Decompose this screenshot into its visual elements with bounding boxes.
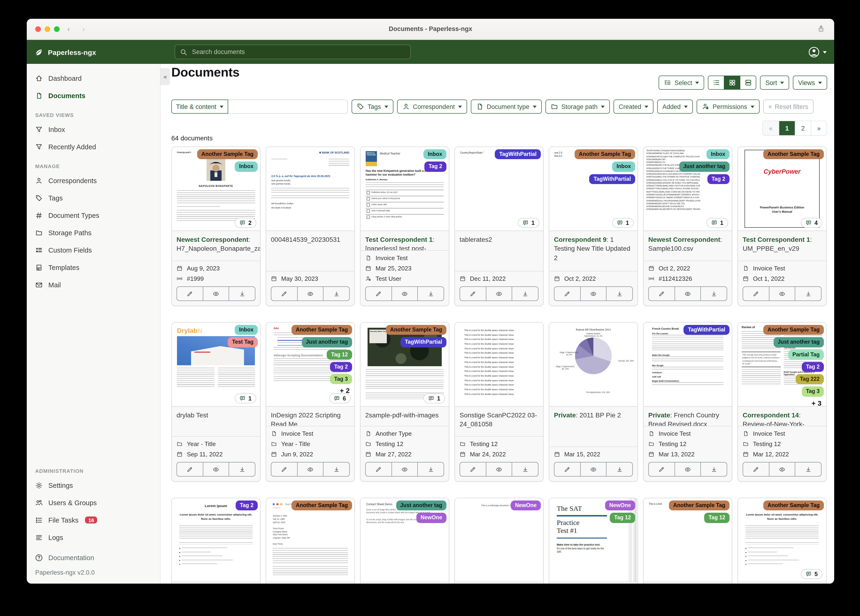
document-title[interactable]: [266, 582, 355, 584]
tag-pill[interactable]: Another Sample Tag: [763, 149, 824, 159]
download-button[interactable]: [701, 287, 727, 300]
tag-pill[interactable]: Tag 2: [802, 362, 824, 372]
sidebar-item-logs[interactable]: Logs: [27, 529, 160, 546]
preview-button[interactable]: [486, 462, 512, 476]
tag-pill[interactable]: Tag 222: [796, 374, 824, 384]
edit-button[interactable]: [271, 287, 297, 300]
sidebar-item-dashboard[interactable]: Dashboard: [27, 69, 160, 87]
document-card[interactable]: Review of "The average time from petitio…: [738, 322, 827, 482]
tag-pill[interactable]: Just another tag: [774, 337, 824, 347]
document-preview[interactable]: DrylabN InboxTest Tag1: [172, 322, 260, 407]
tag-pill[interactable]: Tag 12: [610, 513, 635, 523]
download-button[interactable]: [323, 287, 349, 300]
document-card[interactable]: MEDICAL TEACHER Medical Teacher Has the …: [360, 146, 449, 306]
document-title[interactable]: drylab Test: [172, 407, 260, 436]
filter-correspondent-button[interactable]: Correspondent: [397, 99, 467, 114]
document-title[interactable]: [455, 582, 543, 584]
document-title[interactable]: [643, 582, 732, 584]
document-card[interactable]: Ado InDesign Scripting Documentation Ano…: [266, 322, 355, 482]
sidebar-item-documentation[interactable]: Documentation: [27, 549, 160, 566]
tag-pill[interactable]: Another Sample Tag: [669, 501, 730, 511]
view-detail-button[interactable]: [740, 75, 756, 90]
filter-tags-button[interactable]: Tags: [352, 99, 393, 114]
document-card[interactable]: Patient BP Distribution 2011 Isolated Sy…: [549, 322, 638, 482]
tag-pill[interactable]: NewOne: [416, 513, 446, 523]
preview-button[interactable]: [297, 287, 323, 300]
download-button[interactable]: [417, 287, 444, 300]
document-title[interactable]: Correspondent 9: 1 Testing New Title Upd…: [549, 231, 637, 271]
sidebar-item-document-types[interactable]: Document Types: [27, 207, 160, 224]
view-list-button[interactable]: [708, 75, 725, 90]
tag-pill[interactable]: Inbox: [612, 162, 635, 172]
tag-pill[interactable]: Another Sample Tag: [574, 149, 635, 159]
tag-pill[interactable]: Just another tag: [679, 162, 730, 172]
tag-pill[interactable]: Tag 2: [424, 162, 446, 172]
user-menu[interactable]: [808, 47, 827, 58]
comment-count-badge[interactable]: 1: [424, 393, 445, 403]
tag-pill[interactable]: Inbox: [235, 162, 258, 172]
sidebar-item-templates[interactable]: Templates: [27, 259, 160, 276]
document-preview[interactable]: Patient BP Distribution 2011 Isolated Sy…: [549, 322, 637, 407]
document-title[interactable]: Private: French Country Bread Revised.do…: [643, 407, 732, 426]
share-icon[interactable]: [817, 25, 825, 32]
tag-pill[interactable]: Another Sample Tag: [763, 501, 824, 511]
document-card[interactable]: Lorem ipsum Lorem ipsum dolor sit amet, …: [171, 498, 261, 584]
document-card[interactable]: This is a testAnother Sample TagTag 12: [643, 498, 732, 584]
document-card[interactable]: CyberPower PowerPanel® Business EditionU…: [738, 146, 827, 306]
tag-pill[interactable]: Tag 3: [330, 374, 352, 384]
edit-button[interactable]: [743, 287, 769, 300]
tag-pill[interactable]: Test Tag: [228, 337, 258, 347]
edit-button[interactable]: [743, 462, 769, 476]
edit-button[interactable]: [177, 287, 202, 300]
preview-button[interactable]: [769, 287, 795, 300]
filter-permissions-button[interactable]: Permissions: [697, 99, 759, 114]
document-title[interactable]: tablerates2: [455, 231, 543, 271]
edit-button[interactable]: [177, 462, 202, 476]
document-preview[interactable]: Lorem ipsum Lorem ipsum dolor sit amet, …: [172, 498, 260, 582]
sidebar-item-tags[interactable]: Tags: [27, 189, 160, 207]
download-button[interactable]: [795, 462, 821, 476]
tag-pill[interactable]: Inbox: [235, 325, 258, 335]
tag-pill[interactable]: Inbox: [424, 149, 446, 159]
document-preview[interactable]: Ado InDesign Scripting Documentation Ano…: [266, 322, 355, 407]
download-button[interactable]: [323, 462, 349, 476]
document-card[interactable]: ✻ BANK OF SCOTLAND 2,0 % p. a. auf Ihr T…: [266, 146, 355, 306]
document-preview[interactable]: This is a testAnother Sample TagTag 12: [643, 498, 732, 582]
sidebar-item-inbox[interactable]: Inbox: [27, 121, 160, 138]
document-card[interactable]: Serial Number,Company Name,Employe978818…: [643, 146, 732, 306]
document-title[interactable]: 2sample-pdf-with-images: [361, 407, 449, 426]
view-grid-button[interactable]: [724, 75, 741, 90]
tag-pill[interactable]: Another Sample Tag: [763, 325, 824, 335]
document-preview[interactable]: Boundary Waters Trip Another Sample TagT…: [361, 322, 449, 407]
filter-created-button[interactable]: Created: [614, 99, 653, 114]
tag-pill[interactable]: Just another tag: [396, 501, 446, 511]
edit-button[interactable]: [271, 462, 297, 476]
sidebar-item-settings[interactable]: Settings: [27, 476, 160, 494]
document-preview[interactable]: Francja pod r NAPOLEON BONAPARTE Another…: [172, 147, 260, 231]
edit-button[interactable]: [554, 287, 580, 300]
tag-pill[interactable]: TagWithPartial: [401, 337, 446, 347]
sidebar-item-correspondents[interactable]: Correspondents: [27, 172, 160, 189]
download-button[interactable]: [512, 287, 538, 300]
document-preview[interactable]: Contact Sheet Demo Given a set of image …: [361, 498, 449, 582]
document-card[interactable]: The SAT Practice Test #1 Make time to ta…: [549, 498, 638, 584]
document-title[interactable]: [738, 582, 826, 584]
tag-pill[interactable]: Inbox: [707, 149, 730, 159]
comment-count-badge[interactable]: 5: [801, 569, 822, 579]
sidebar-item-mail[interactable]: Mail: [27, 276, 160, 294]
sidebar-item-storage-paths[interactable]: Storage Paths: [27, 224, 160, 241]
tag-pill[interactable]: Another Sample Tag: [292, 325, 352, 335]
tag-pill[interactable]: Another Sample Tag: [386, 325, 446, 335]
edit-button[interactable]: [649, 287, 674, 300]
document-preview[interactable]: The SAT Practice Test #1 Make time to ta…: [549, 498, 637, 582]
tag-pill[interactable]: Another Sample Tag: [197, 149, 258, 159]
preview-button[interactable]: [674, 462, 700, 476]
app-brand[interactable]: Paperless-ngx: [34, 40, 96, 64]
pagination-prev[interactable]: «: [763, 121, 779, 135]
document-preview[interactable]: ✻ BANK OF SCOTLAND 2,0 % p. a. auf Ihr T…: [266, 147, 355, 231]
tag-pill[interactable]: Tag 12: [327, 350, 352, 360]
preview-button[interactable]: [486, 287, 512, 300]
tag-pill[interactable]: Partial Tag: [788, 350, 824, 360]
document-preview[interactable]: Review of "The average time from petitio…: [738, 322, 826, 407]
sidebar-item-custom-fields[interactable]: Custom Fields: [27, 241, 160, 259]
